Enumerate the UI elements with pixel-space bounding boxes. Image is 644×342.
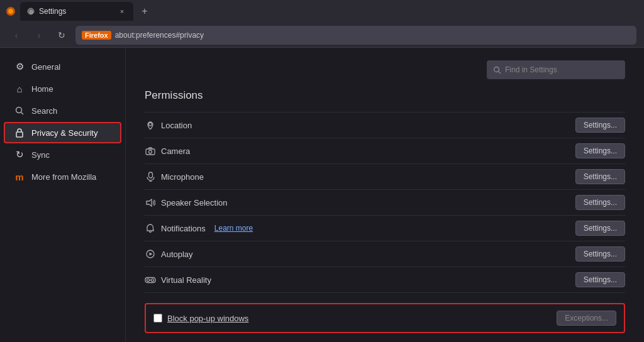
sidebar-label-home: Home <box>31 84 53 94</box>
camera-label: Camera <box>161 146 190 156</box>
new-tab-button[interactable]: + <box>136 3 153 20</box>
sidebar-item-home[interactable]: ⌂ Home <box>4 78 121 99</box>
permission-row-speaker: Speaker Selection Settings... <box>145 190 625 216</box>
warn-addons-row: Warn you when websites try to install ad… <box>145 338 625 342</box>
block-popups-row: Block pop-up windows Exceptions... <box>145 303 625 333</box>
svg-marker-17 <box>150 253 153 256</box>
autoplay-label: Autoplay <box>161 250 193 259</box>
microphone-settings-button[interactable]: Settings... <box>575 169 625 184</box>
vr-settings-button[interactable]: Settings... <box>575 272 625 287</box>
svg-rect-6 <box>16 132 23 137</box>
address-url: about:preferences#privacy <box>115 31 204 40</box>
find-in-settings-bar[interactable]: Find in Settings <box>487 60 625 79</box>
sidebar-item-general[interactable]: ⚙ General <box>4 56 121 77</box>
sidebar-label-privacy: Privacy & Security <box>31 128 97 138</box>
svg-rect-12 <box>148 172 152 178</box>
autoplay-icon <box>145 250 156 258</box>
content-area: Find in Settings Permissions Location <box>126 48 644 342</box>
camera-icon <box>145 147 156 155</box>
permission-row-camera: Camera Settings... <box>145 138 625 164</box>
sidebar-label-mozilla: More from Mozilla <box>31 172 96 182</box>
camera-settings-button[interactable]: Settings... <box>575 143 625 158</box>
location-label: Location <box>161 121 192 130</box>
find-search-icon <box>493 66 501 74</box>
permission-row-microphone: Microphone Settings... <box>145 164 625 190</box>
sidebar-item-privacy[interactable]: Privacy & Security <box>4 122 121 143</box>
checkbox-section: Block pop-up windows Exceptions... Warn … <box>145 303 625 342</box>
search-nav-icon <box>14 105 25 116</box>
location-settings-button[interactable]: Settings... <box>575 118 625 133</box>
main-layout: ⚙ General ⌂ Home Search Privacy <box>0 48 644 342</box>
sidebar-item-mozilla[interactable]: m More from Mozilla <box>4 166 121 187</box>
svg-point-11 <box>149 150 152 153</box>
firefox-badge: Firefox <box>82 31 111 40</box>
title-bar: ⚙ Settings × + <box>0 0 644 23</box>
svg-text:⚙: ⚙ <box>29 9 33 15</box>
svg-marker-15 <box>147 199 152 206</box>
settings-tab[interactable]: ⚙ Settings × <box>20 2 133 21</box>
tab-close-button[interactable]: × <box>117 6 127 16</box>
svg-line-8 <box>499 71 501 74</box>
sidebar: ⚙ General ⌂ Home Search Privacy <box>0 48 126 342</box>
general-icon: ⚙ <box>14 61 25 72</box>
speaker-settings-button[interactable]: Settings... <box>575 195 625 210</box>
vr-icon <box>145 277 156 284</box>
reload-button[interactable]: ↻ <box>53 26 70 44</box>
permission-row-autoplay: Autoplay Settings... <box>145 241 625 267</box>
tab-favicon-icon: ⚙ <box>26 7 35 16</box>
home-icon: ⌂ <box>14 83 25 94</box>
permission-row-location: Location Settings... <box>145 112 625 138</box>
notifications-learn-more[interactable]: Learn more <box>214 224 253 233</box>
back-button[interactable]: ‹ <box>8 26 25 44</box>
sidebar-label-sync: Sync <box>31 150 50 160</box>
block-popups-label: Block pop-up windows <box>167 314 552 323</box>
speaker-label: Speaker Selection <box>161 198 228 207</box>
permission-row-vr: Virtual Reality Settings... <box>145 267 625 293</box>
sidebar-label-search: Search <box>31 106 57 116</box>
permission-row-notifications: Notifications Learn more Settings... <box>145 216 625 241</box>
svg-point-7 <box>494 67 499 72</box>
notifications-label: Notifications <box>161 224 206 233</box>
location-icon <box>145 121 156 130</box>
permissions-title: Permissions <box>145 89 625 102</box>
notifications-icon <box>145 224 156 233</box>
permissions-table: Location Settings... Camera Sett <box>145 112 625 293</box>
svg-point-1 <box>8 9 13 14</box>
notifications-settings-button[interactable]: Settings... <box>575 221 625 236</box>
privacy-icon <box>14 127 25 138</box>
sidebar-item-sync[interactable]: ↻ Sync <box>4 144 121 165</box>
block-popups-checkbox[interactable] <box>153 314 162 323</box>
sync-icon: ↻ <box>14 149 25 160</box>
autoplay-settings-button[interactable]: Settings... <box>575 246 625 262</box>
vr-label: Virtual Reality <box>161 275 211 285</box>
block-popups-exceptions-button[interactable]: Exceptions... <box>557 311 616 326</box>
microphone-label: Microphone <box>161 172 204 182</box>
svg-point-19 <box>147 279 150 281</box>
firefox-icon <box>5 6 16 17</box>
nav-bar: ‹ › ↻ Firefox about:preferences#privacy <box>0 23 644 48</box>
forward-button[interactable]: › <box>30 26 48 44</box>
mozilla-icon: m <box>14 171 25 182</box>
find-in-settings-placeholder: Find in Settings <box>505 65 557 74</box>
speaker-icon <box>145 199 156 207</box>
address-bar[interactable]: Firefox about:preferences#privacy <box>75 26 636 45</box>
svg-point-9 <box>149 123 152 126</box>
sidebar-item-search[interactable]: Search <box>4 100 121 121</box>
svg-point-20 <box>152 279 154 281</box>
svg-line-5 <box>21 112 23 114</box>
sidebar-label-general: General <box>31 62 60 72</box>
microphone-icon <box>145 172 156 182</box>
svg-point-4 <box>16 107 21 113</box>
tab-title: Settings <box>39 7 113 16</box>
find-bar-wrapper: Find in Settings <box>145 60 625 79</box>
